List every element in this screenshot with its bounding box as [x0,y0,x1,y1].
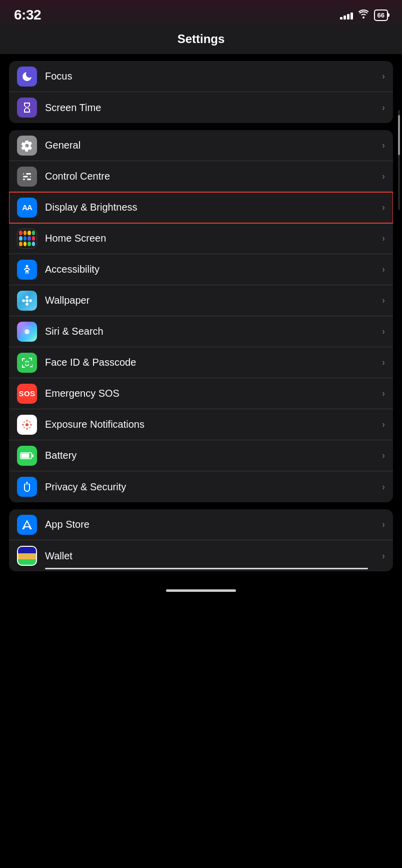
control-centre-chevron: › [382,171,385,182]
accessibility-chevron: › [382,264,385,275]
wallpaper-label: Wallpaper [45,295,382,306]
focus-icon [17,67,37,87]
page-title-bar: Settings [0,27,402,54]
status-time: 6:32 [14,7,41,23]
exposure-icon [17,415,37,435]
focus-label: Focus [45,71,382,82]
home-screen-chevron: › [382,233,385,244]
settings-group-1: Focus › Screen Time › [9,61,393,123]
svg-point-19 [29,421,31,423]
app-store-label: App Store [45,519,382,530]
settings-row-wallet[interactable]: Wallet › [9,540,393,571]
app-store-chevron: › [382,519,385,530]
svg-rect-23 [22,453,30,458]
home-screen-icon [17,229,37,249]
focus-chevron: › [382,71,385,82]
general-label: General [45,140,382,151]
svg-point-10 [25,361,26,362]
emergency-sos-label: Emergency SOS [45,388,382,399]
svg-point-6 [26,265,28,267]
status-bar: 6:32 66 [0,0,402,27]
svg-point-13 [26,423,28,426]
signal-bar-3 [347,14,350,20]
display-icon-text: AA [22,203,32,212]
signal-bar-4 [350,13,353,20]
screen-time-label: Screen Time [45,102,382,114]
privacy-security-icon [17,477,37,497]
svg-point-9 [26,329,28,334]
svg-point-4 [28,175,30,178]
scrollbar-track[interactable] [398,110,400,210]
wallpaper-icon [17,291,37,311]
svg-point-17 [30,424,32,426]
settings-row-screen-time[interactable]: Screen Time › [9,92,393,123]
accessibility-label: Accessibility [45,264,382,275]
privacy-security-chevron: › [382,482,385,492]
settings-row-face-id[interactable]: Face ID & Passcode › [9,347,393,378]
settings-row-general[interactable]: General › [9,130,393,161]
face-id-icon [17,353,37,373]
display-brightness-icon: AA [17,198,37,218]
emergency-sos-icon: SOS [17,384,37,404]
wallet-progress-bar [45,568,368,569]
settings-row-battery[interactable]: Battery › [9,440,393,471]
svg-point-15 [26,428,28,430]
wifi-icon [358,10,369,21]
settings-container: Focus › Screen Time › General › [0,61,402,571]
general-icon [17,136,37,156]
home-indicator [166,589,236,592]
settings-row-emergency-sos[interactable]: SOS Emergency SOS › [9,378,393,409]
siri-icon [17,322,37,342]
wallet-icon [17,546,37,566]
siri-search-label: Siri & Search [45,326,382,337]
page-title: Settings [178,32,225,46]
svg-point-20 [24,426,26,428]
settings-row-display-brightness[interactable]: AA Display & Brightness › [9,192,393,223]
svg-point-16 [22,424,24,426]
battery-label: Battery [45,450,382,461]
settings-group-3: App Store › Wallet › [9,509,393,571]
svg-point-11 [28,361,29,362]
battery-chevron: › [382,450,385,461]
home-screen-label: Home Screen [45,233,382,244]
svg-point-21 [29,426,31,428]
siri-search-chevron: › [382,326,385,337]
wallpaper-chevron: › [382,295,385,306]
svg-rect-24 [32,454,34,457]
settings-group-2: General › Control Centre › AA [9,130,393,502]
settings-row-focus[interactable]: Focus › [9,61,393,92]
control-centre-label: Control Centre [45,171,382,182]
signal-bar-2 [344,16,346,20]
settings-row-app-store[interactable]: App Store › [9,509,393,540]
signal-bar-1 [340,17,342,20]
display-brightness-chevron: › [382,202,385,213]
screen-time-chevron: › [382,103,385,113]
battery-level: 66 [378,12,384,19]
settings-row-siri-search[interactable]: Siri & Search › [9,316,393,347]
face-id-chevron: › [382,357,385,368]
svg-point-14 [26,420,28,422]
battery-icon: 66 [374,10,388,21]
exposure-label: Exposure Notifications [45,419,382,430]
settings-row-control-centre[interactable]: Control Centre › [9,161,393,192]
face-id-label: Face ID & Passcode [45,357,382,368]
scrollbar-thumb[interactable] [398,115,400,155]
emergency-sos-chevron: › [382,388,385,399]
sos-text: SOS [18,389,35,398]
home-indicator-container [0,578,402,600]
signal-bars-icon [340,11,353,20]
svg-point-5 [25,178,28,181]
settings-row-home-screen[interactable]: Home Screen › [9,223,393,254]
settings-row-accessibility[interactable]: Accessibility › [9,254,393,285]
general-chevron: › [382,140,385,151]
wallet-label: Wallet [45,550,382,562]
settings-row-wallpaper[interactable]: Wallpaper › [9,285,393,316]
settings-row-privacy-security[interactable]: Privacy & Security › [9,471,393,502]
control-centre-icon [17,167,37,187]
exposure-chevron: › [382,419,385,430]
privacy-security-label: Privacy & Security [45,481,382,493]
settings-row-exposure[interactable]: Exposure Notifications › [9,409,393,440]
battery-row-icon [17,446,37,466]
display-brightness-label: Display & Brightness [45,202,382,213]
status-icons: 66 [340,10,388,21]
